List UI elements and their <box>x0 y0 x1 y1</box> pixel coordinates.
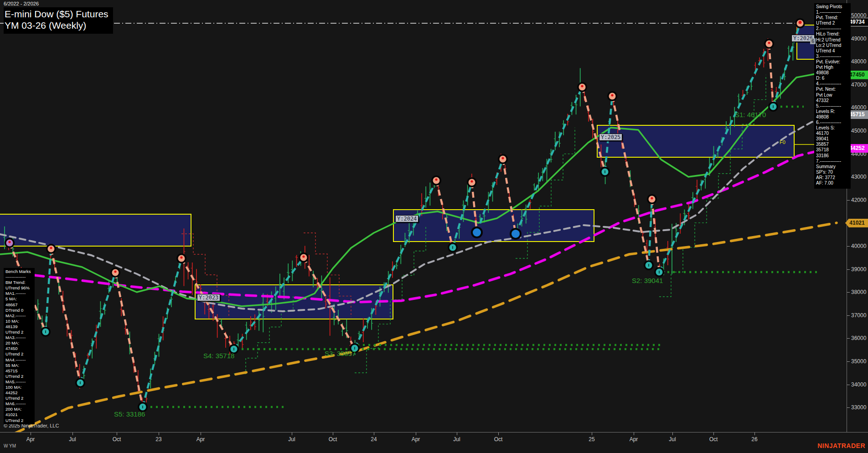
swing-pivots-line: Levels R: <box>816 109 851 114</box>
bench-marks-line: BM Trend: <box>5 280 35 285</box>
support-level-label: S4: 35718 <box>203 352 234 360</box>
swing-pivots-line: Pvt. Trend: <box>816 15 851 21</box>
bench-marks-line: 45715 <box>5 368 35 374</box>
pivot-dot <box>611 94 613 96</box>
price-tick <box>847 361 850 362</box>
swing-pivots-line: AF: 7.00 <box>816 180 851 186</box>
price-tick-label: 36000 <box>851 335 866 341</box>
swing-pivots-line: AR: 3772 <box>816 175 851 180</box>
swing-down-leg <box>769 44 773 107</box>
pivot-dot <box>651 197 653 199</box>
bench-marks-line: 48139 <box>5 324 35 329</box>
bench-marks-line: UTrend 2 <box>5 329 35 335</box>
price-tick-label: 37000 <box>851 312 866 319</box>
ninjatrader-logo: NINJATRADER <box>817 442 865 449</box>
time-tick <box>374 432 374 435</box>
time-tick-label: Oct <box>329 436 337 443</box>
swing-pivots-line: 1.-------------- <box>816 10 851 15</box>
price-tick-label: 43000 <box>851 174 866 180</box>
time-tick <box>634 432 634 435</box>
time-tick <box>333 432 333 435</box>
ma-20-line <box>0 71 840 306</box>
swing-down-leg <box>612 96 649 265</box>
swing-pivots-line: 49808 <box>816 70 851 76</box>
swing-pivots-line: 39041 <box>816 136 851 142</box>
swing-pivots-line: 35857 <box>816 142 851 147</box>
chart-plot-area[interactable] <box>0 0 849 432</box>
trailing-stop-long <box>659 75 766 297</box>
swing-pivots-line: 2.-------------- <box>816 26 851 31</box>
price-tick <box>847 385 850 385</box>
support-level-label: S3: 35857 <box>325 350 356 357</box>
bench-marks-line: 48667 <box>5 302 35 308</box>
time-tick-label: 23 <box>155 436 161 443</box>
time-tick-label: 24 <box>371 436 377 443</box>
swing-pivots-line: 33186 <box>816 153 851 159</box>
swing-pivots-line: Pvt High <box>816 65 851 70</box>
price-tick-label: 39000 <box>851 266 866 273</box>
year-box-label[interactable]: Y:2025 <box>599 134 622 141</box>
time-tick-label: Jul <box>288 436 295 443</box>
time-tick <box>117 432 117 435</box>
swing-pivots-line: Pvt. Evolve: <box>816 59 851 65</box>
time-axis[interactable]: AprJulOct23AprJulOct24AprJulOct25AprJulO… <box>0 432 868 443</box>
time-tick <box>457 432 457 435</box>
bench-marks-line: 200 MA: <box>5 407 35 412</box>
price-tick-label: 40000 <box>851 243 866 249</box>
swing-pivots-line: Pvt. Next: <box>816 87 851 92</box>
swing-pivots-line: HiLo Trend: <box>816 31 851 37</box>
year-box-label[interactable]: Y:2024 <box>395 215 418 222</box>
price-tick-label: 45000 <box>851 128 866 134</box>
swing-pivots-line: Pvt Low <box>816 93 851 98</box>
swing-down-leg <box>51 249 80 383</box>
bench-marks-line: 44252 <box>5 390 35 396</box>
time-tick <box>672 432 673 435</box>
pivot-dot <box>581 85 583 87</box>
swing-pivots-line: SP's: 70 <box>816 170 851 175</box>
bench-marks-line: MA3.------- <box>5 335 35 340</box>
pivot-low-marker <box>473 228 481 237</box>
bench-marks-line: Bench Marks <box>5 269 35 274</box>
swing-pivots-line: UTrend 2 <box>816 21 851 26</box>
price-tick-label: 38000 <box>851 289 866 295</box>
price-tick-label: 48000 <box>851 58 866 65</box>
time-tick <box>498 432 499 435</box>
time-tick <box>72 432 73 435</box>
year-box-label[interactable]: Y:2023 <box>197 294 220 301</box>
price-tick <box>847 200 850 201</box>
swing-pivots-line: 4.-------------- <box>816 81 851 87</box>
chart-title-line1: E-mini Dow ($5) Futures <box>5 8 108 20</box>
time-tick-label: Jul <box>669 436 676 443</box>
price-tick <box>847 246 850 247</box>
bench-marks-line: UTrend 96% <box>5 285 35 291</box>
bench-marks-line: 10 MA: <box>5 319 35 324</box>
swing-pivots-line: Hi:2 UTrend <box>816 37 851 43</box>
support-level-label: S1: 46170 <box>735 111 766 118</box>
time-tick-label: Apr <box>412 436 420 443</box>
time-tick-label: Jul <box>69 436 76 443</box>
time-tick <box>159 432 159 435</box>
bench-marks-line: -------------- <box>5 274 35 280</box>
f0-label: F0 <box>780 139 785 145</box>
swing-pivots-line: Summary <box>816 164 851 170</box>
bench-marks-line: 55 MA: <box>5 363 35 368</box>
swing-pivots-line: 47332 <box>816 98 851 103</box>
time-tick <box>292 432 292 435</box>
bench-marks-line: MA6.------- <box>5 401 35 407</box>
bench-marks-line: MA5.------- <box>5 379 35 385</box>
bench-marks-line: MA4.------- <box>5 357 35 363</box>
swing-pivots-line: 46170 <box>816 131 851 136</box>
swing-pivots-line: 3.-------------- <box>816 54 851 59</box>
price-tick-label: 42000 <box>851 197 866 203</box>
bench-marks-line: 100 MA: <box>5 385 35 390</box>
price-tick-label: 34000 <box>851 381 866 388</box>
bench-marks-line: 20 MA: <box>5 340 35 346</box>
time-tick-label: Apr <box>630 436 638 443</box>
support-level-label: S2: 39041 <box>632 277 663 284</box>
swing-pivots-line: UTrend 4 <box>816 48 851 54</box>
time-tick-label: Apr <box>196 436 205 443</box>
time-tick-label: Apr <box>26 436 35 443</box>
swing-down-leg <box>115 273 143 407</box>
support-level-label: S5: 33186 <box>114 410 145 418</box>
pivot-dot <box>470 180 473 182</box>
